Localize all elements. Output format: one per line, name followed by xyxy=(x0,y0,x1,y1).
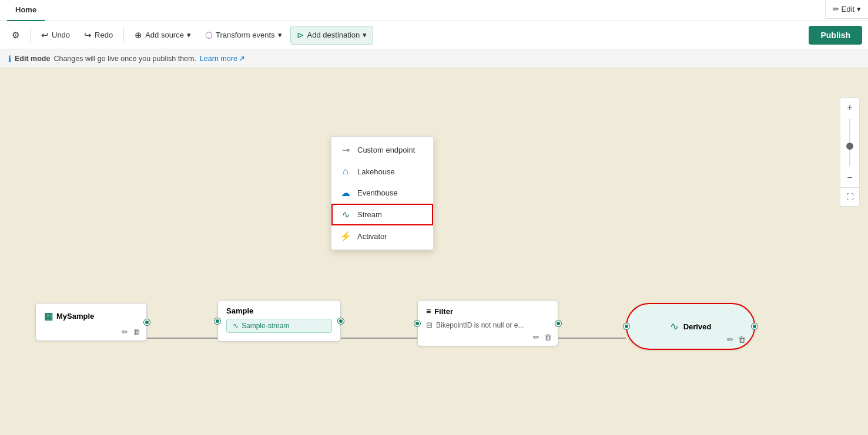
node-derived-actions: ✏ 🗑 xyxy=(727,335,746,344)
transform-events-button[interactable]: ⬡ Transform events ▾ xyxy=(199,26,288,44)
node-filter-delete-icon[interactable]: 🗑 xyxy=(544,333,552,342)
add-destination-label: Add destination xyxy=(307,31,360,39)
eventhouse-label: Eventhouse xyxy=(357,188,398,197)
node-derived-title: Derived xyxy=(683,322,712,331)
activator-label: Activator xyxy=(357,232,387,241)
external-link-icon: ↗ xyxy=(239,54,245,63)
node-mysample-delete-icon[interactable]: 🗑 xyxy=(133,328,140,336)
node-derived-in-dot xyxy=(624,323,629,329)
zoom-fit-button[interactable]: ⛶ xyxy=(840,187,859,206)
edit-pencil-icon: ✏ xyxy=(833,5,839,14)
node-filter-out-dot xyxy=(555,321,561,326)
node-sample-chip-label: Sample-stream xyxy=(242,322,289,330)
custom-endpoint-icon: ⊸ xyxy=(340,144,351,156)
redo-label: Redo xyxy=(95,31,113,39)
redo-button[interactable]: ↪ Redo xyxy=(78,26,119,44)
dropdown-item-activator[interactable]: ⚡ Activator xyxy=(331,225,433,247)
activator-icon: ⚡ xyxy=(340,231,351,242)
node-mysample-actions: ✏ 🗑 xyxy=(122,328,140,336)
learn-more-link[interactable]: Learn more ↗ xyxy=(200,54,245,63)
node-mysample-out-dot xyxy=(144,319,150,325)
add-source-label: Add source xyxy=(145,31,184,39)
node-sample: Sample ∿ Sample-stream xyxy=(217,300,341,342)
node-filter-row-icon: ⊟ xyxy=(426,321,433,329)
add-destination-icon: ⊳ xyxy=(297,30,304,41)
node-sample-in-dot xyxy=(215,318,220,324)
zoom-out-button[interactable]: − xyxy=(840,168,859,187)
settings-icon: ⚙ xyxy=(12,30,19,41)
settings-button[interactable]: ⚙ xyxy=(6,26,25,44)
node-mysample-title: ▦ MySample xyxy=(44,311,138,322)
add-source-button[interactable]: ⊕ Add source ▾ xyxy=(129,26,197,44)
undo-icon: ↩ xyxy=(41,30,49,41)
node-sample-chip-icon: ∿ xyxy=(233,322,239,330)
edit-mode-bar: ℹ Edit mode Changes will go live once yo… xyxy=(0,49,868,68)
lakehouse-icon: ⌂ xyxy=(340,166,351,177)
edit-button[interactable]: ✏ Edit ▾ xyxy=(825,0,868,19)
zoom-in-button[interactable]: + xyxy=(840,98,859,117)
dropdown-item-custom-endpoint[interactable]: ⊸ Custom endpoint xyxy=(331,139,433,161)
node-sample-title: Sample xyxy=(226,306,332,315)
zoom-slider-thumb xyxy=(846,143,853,150)
info-icon: ℹ xyxy=(8,54,11,63)
node-filter-in-dot xyxy=(414,321,420,326)
transform-icon: ⬡ xyxy=(205,30,213,41)
connectors-svg xyxy=(0,68,868,435)
add-source-chevron-icon: ▾ xyxy=(187,31,191,39)
node-sample-out-dot xyxy=(338,318,344,324)
node-derived-edit-icon[interactable]: ✏ xyxy=(727,335,733,344)
node-filter: ≡ Filter ⊟ BikepointID is not null or e.… xyxy=(417,300,558,346)
eventhouse-icon: ☁ xyxy=(340,187,351,198)
node-filter-edit-icon[interactable]: ✏ xyxy=(533,333,539,342)
canvas: ▦ MySample ✏ 🗑 Sample ∿ Sample-stream ≡ … xyxy=(0,68,868,435)
undo-label: Undo xyxy=(52,31,70,39)
edit-mode-label: Edit mode xyxy=(15,55,50,63)
edit-mode-desc: Changes will go live once you publish th… xyxy=(53,55,196,63)
dropdown-item-stream[interactable]: ∿ Stream xyxy=(331,204,433,225)
stream-icon: ∿ xyxy=(340,209,351,220)
add-destination-chevron-icon: ▾ xyxy=(363,31,367,39)
node-filter-actions: ✏ 🗑 xyxy=(533,333,552,342)
node-filter-row: ⊟ BikepointID is not null or e... xyxy=(426,321,549,329)
node-filter-icon: ≡ xyxy=(426,306,431,316)
node-sample-chip: ∿ Sample-stream xyxy=(226,319,332,333)
lakehouse-label: Lakehouse xyxy=(357,167,395,176)
zoom-slider-track xyxy=(849,119,850,166)
dropdown-item-lakehouse[interactable]: ⌂ Lakehouse xyxy=(331,161,433,182)
node-mysample: ▦ MySample ✏ 🗑 xyxy=(35,303,147,341)
node-derived-out-dot xyxy=(752,323,758,329)
edit-chevron-icon: ▾ xyxy=(857,5,861,14)
redo-icon: ↪ xyxy=(84,30,92,41)
node-derived-delete-icon[interactable]: 🗑 xyxy=(738,335,746,344)
stream-label: Stream xyxy=(357,210,382,219)
learn-more-label: Learn more xyxy=(200,55,237,63)
dropdown-item-eventhouse[interactable]: ☁ Eventhouse xyxy=(331,182,433,204)
add-destination-dropdown: ⊸ Custom endpoint ⌂ Lakehouse ☁ Eventhou… xyxy=(331,136,434,250)
add-destination-button[interactable]: ⊳ Add destination ▾ xyxy=(290,26,374,45)
node-mysample-edit-icon[interactable]: ✏ xyxy=(122,328,128,336)
publish-button[interactable]: Publish xyxy=(809,26,862,45)
node-derived: ∿ Derived ✏ 🗑 xyxy=(626,303,755,350)
node-mysample-icon: ▦ xyxy=(44,311,53,322)
node-derived-content: ∿ Derived xyxy=(670,320,712,333)
node-filter-title: ≡ Filter xyxy=(426,306,549,316)
node-derived-icon: ∿ xyxy=(670,320,679,333)
undo-button[interactable]: ↩ Undo xyxy=(35,26,76,44)
transform-events-label: Transform events xyxy=(216,31,275,39)
toolbar-separator-1 xyxy=(30,28,31,42)
custom-endpoint-label: Custom endpoint xyxy=(357,146,415,154)
toolbar-separator-2 xyxy=(123,28,124,42)
toolbar: ⚙ ↩ Undo ↪ Redo ⊕ Add source ▾ ⬡ Transfo… xyxy=(0,21,868,49)
add-source-icon: ⊕ xyxy=(135,30,142,41)
zoom-controls: + − ⛶ xyxy=(840,97,860,207)
tab-home[interactable]: Home xyxy=(7,0,45,21)
node-filter-row-label: BikepointID is not null or e... xyxy=(436,321,524,329)
edit-label: Edit xyxy=(842,5,854,14)
transform-chevron-icon: ▾ xyxy=(278,31,282,39)
